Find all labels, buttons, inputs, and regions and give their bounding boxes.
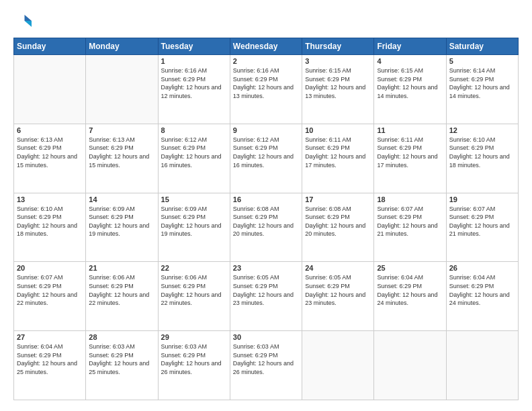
calendar-cell: 23Sunrise: 6:05 AMSunset: 6:29 PMDayligh… <box>230 262 302 331</box>
calendar-cell: 24Sunrise: 6:05 AMSunset: 6:29 PMDayligh… <box>302 262 374 331</box>
calendar-cell: 19Sunrise: 6:07 AMSunset: 6:29 PMDayligh… <box>446 193 518 262</box>
day-number: 14 <box>89 195 154 203</box>
day-number: 15 <box>161 195 227 203</box>
day-number: 18 <box>377 195 443 203</box>
day-info: Sunrise: 6:11 AMSunset: 6:29 PMDaylight:… <box>377 136 443 169</box>
day-info: Sunrise: 6:16 AMSunset: 6:29 PMDaylight:… <box>233 66 299 100</box>
calendar-cell: 1Sunrise: 6:16 AMSunset: 6:29 PMDaylight… <box>158 55 230 124</box>
day-header: Sunday <box>14 38 86 55</box>
day-header: Tuesday <box>158 38 230 55</box>
day-number: 28 <box>89 333 154 341</box>
calendar-cell <box>14 55 86 124</box>
calendar-cell: 18Sunrise: 6:07 AMSunset: 6:29 PMDayligh… <box>374 193 446 262</box>
day-number: 1 <box>161 57 227 65</box>
day-header: Friday <box>374 38 446 55</box>
day-info: Sunrise: 6:05 AMSunset: 6:29 PMDaylight:… <box>233 273 299 307</box>
day-info: Sunrise: 6:03 AMSunset: 6:29 PMDaylight:… <box>161 342 227 376</box>
calendar-cell: 4Sunrise: 6:15 AMSunset: 6:29 PMDaylight… <box>374 55 446 124</box>
calendar-cell: 16Sunrise: 6:08 AMSunset: 6:29 PMDayligh… <box>230 193 302 262</box>
calendar-cell <box>446 331 518 400</box>
day-info: Sunrise: 6:09 AMSunset: 6:29 PMDaylight:… <box>161 205 227 238</box>
calendar-cell: 28Sunrise: 6:03 AMSunset: 6:29 PMDayligh… <box>86 331 158 400</box>
calendar-cell: 27Sunrise: 6:04 AMSunset: 6:29 PMDayligh… <box>14 331 86 400</box>
calendar-cell: 29Sunrise: 6:03 AMSunset: 6:29 PMDayligh… <box>158 331 230 400</box>
calendar-cell: 5Sunrise: 6:14 AMSunset: 6:29 PMDaylight… <box>446 55 518 124</box>
day-info: Sunrise: 6:10 AMSunset: 6:29 PMDaylight:… <box>449 136 515 169</box>
day-header: Saturday <box>446 38 518 55</box>
day-number: 4 <box>377 57 443 65</box>
calendar-cell: 13Sunrise: 6:10 AMSunset: 6:29 PMDayligh… <box>14 193 86 262</box>
day-number: 9 <box>233 126 299 134</box>
calendar-cell: 9Sunrise: 6:12 AMSunset: 6:29 PMDaylight… <box>230 124 302 193</box>
day-number: 22 <box>161 264 227 272</box>
calendar-cell <box>302 331 374 400</box>
logo-icon <box>13 11 34 31</box>
calendar-cell: 2Sunrise: 6:16 AMSunset: 6:29 PMDaylight… <box>230 55 302 124</box>
day-number: 17 <box>305 195 371 203</box>
svg-marker-1 <box>25 21 32 27</box>
calendar-cell: 8Sunrise: 6:12 AMSunset: 6:29 PMDaylight… <box>158 124 230 193</box>
calendar-cell <box>86 55 158 124</box>
calendar-cell: 14Sunrise: 6:09 AMSunset: 6:29 PMDayligh… <box>86 193 158 262</box>
calendar-cell: 3Sunrise: 6:15 AMSunset: 6:29 PMDaylight… <box>302 55 374 124</box>
day-number: 30 <box>233 333 299 341</box>
day-number: 8 <box>161 126 227 134</box>
day-number: 12 <box>449 126 515 134</box>
calendar-cell: 11Sunrise: 6:11 AMSunset: 6:29 PMDayligh… <box>374 124 446 193</box>
day-info: Sunrise: 6:09 AMSunset: 6:29 PMDaylight:… <box>89 205 154 238</box>
day-number: 5 <box>449 57 515 65</box>
calendar-table: SundayMondayTuesdayWednesdayThursdayFrid… <box>13 38 519 400</box>
day-info: Sunrise: 6:15 AMSunset: 6:29 PMDaylight:… <box>377 66 443 100</box>
calendar-cell: 15Sunrise: 6:09 AMSunset: 6:29 PMDayligh… <box>158 193 230 262</box>
day-number: 6 <box>17 126 83 134</box>
day-number: 29 <box>161 333 227 341</box>
calendar-cell: 21Sunrise: 6:06 AMSunset: 6:29 PMDayligh… <box>86 262 158 331</box>
calendar-cell: 10Sunrise: 6:11 AMSunset: 6:29 PMDayligh… <box>302 124 374 193</box>
day-info: Sunrise: 6:14 AMSunset: 6:29 PMDaylight:… <box>449 66 515 100</box>
day-info: Sunrise: 6:07 AMSunset: 6:29 PMDaylight:… <box>17 273 83 307</box>
day-info: Sunrise: 6:03 AMSunset: 6:29 PMDaylight:… <box>89 342 154 376</box>
day-info: Sunrise: 6:04 AMSunset: 6:29 PMDaylight:… <box>449 273 515 307</box>
day-number: 24 <box>305 264 371 272</box>
day-info: Sunrise: 6:16 AMSunset: 6:29 PMDaylight:… <box>161 66 227 100</box>
day-number: 25 <box>377 264 443 272</box>
day-header: Wednesday <box>230 38 302 55</box>
day-number: 2 <box>233 57 299 65</box>
day-info: Sunrise: 6:15 AMSunset: 6:29 PMDaylight:… <box>305 66 371 100</box>
day-header: Thursday <box>302 38 374 55</box>
day-info: Sunrise: 6:07 AMSunset: 6:29 PMDaylight:… <box>449 205 515 238</box>
calendar-cell: 26Sunrise: 6:04 AMSunset: 6:29 PMDayligh… <box>446 262 518 331</box>
day-number: 3 <box>305 57 371 65</box>
calendar-cell: 6Sunrise: 6:13 AMSunset: 6:29 PMDaylight… <box>14 124 86 193</box>
day-info: Sunrise: 6:12 AMSunset: 6:29 PMDaylight:… <box>161 136 227 169</box>
day-info: Sunrise: 6:08 AMSunset: 6:29 PMDaylight:… <box>305 205 371 238</box>
page: SundayMondayTuesdayWednesdayThursdayFrid… <box>0 0 532 411</box>
calendar-cell: 12Sunrise: 6:10 AMSunset: 6:29 PMDayligh… <box>446 124 518 193</box>
day-info: Sunrise: 6:12 AMSunset: 6:29 PMDaylight:… <box>233 136 299 169</box>
day-number: 26 <box>449 264 515 272</box>
day-number: 16 <box>233 195 299 203</box>
calendar-cell: 22Sunrise: 6:06 AMSunset: 6:29 PMDayligh… <box>158 262 230 331</box>
day-info: Sunrise: 6:05 AMSunset: 6:29 PMDaylight:… <box>305 273 371 307</box>
day-number: 21 <box>89 264 154 272</box>
day-number: 11 <box>377 126 443 134</box>
day-number: 13 <box>17 195 83 203</box>
calendar-cell: 25Sunrise: 6:04 AMSunset: 6:29 PMDayligh… <box>374 262 446 331</box>
day-info: Sunrise: 6:10 AMSunset: 6:29 PMDaylight:… <box>17 205 83 238</box>
calendar-cell <box>374 331 446 400</box>
calendar-cell: 7Sunrise: 6:13 AMSunset: 6:29 PMDaylight… <box>86 124 158 193</box>
calendar-cell: 17Sunrise: 6:08 AMSunset: 6:29 PMDayligh… <box>302 193 374 262</box>
day-info: Sunrise: 6:08 AMSunset: 6:29 PMDaylight:… <box>233 205 299 238</box>
day-header: Monday <box>86 38 158 55</box>
day-info: Sunrise: 6:04 AMSunset: 6:29 PMDaylight:… <box>17 342 83 376</box>
day-number: 20 <box>17 264 83 272</box>
day-info: Sunrise: 6:06 AMSunset: 6:29 PMDaylight:… <box>89 273 154 307</box>
day-info: Sunrise: 6:13 AMSunset: 6:29 PMDaylight:… <box>89 136 154 169</box>
day-number: 27 <box>17 333 83 341</box>
svg-marker-0 <box>25 15 32 21</box>
calendar-cell: 30Sunrise: 6:03 AMSunset: 6:29 PMDayligh… <box>230 331 302 400</box>
day-number: 10 <box>305 126 371 134</box>
day-number: 19 <box>449 195 515 203</box>
calendar-cell: 20Sunrise: 6:07 AMSunset: 6:29 PMDayligh… <box>14 262 86 331</box>
day-info: Sunrise: 6:13 AMSunset: 6:29 PMDaylight:… <box>17 136 83 169</box>
